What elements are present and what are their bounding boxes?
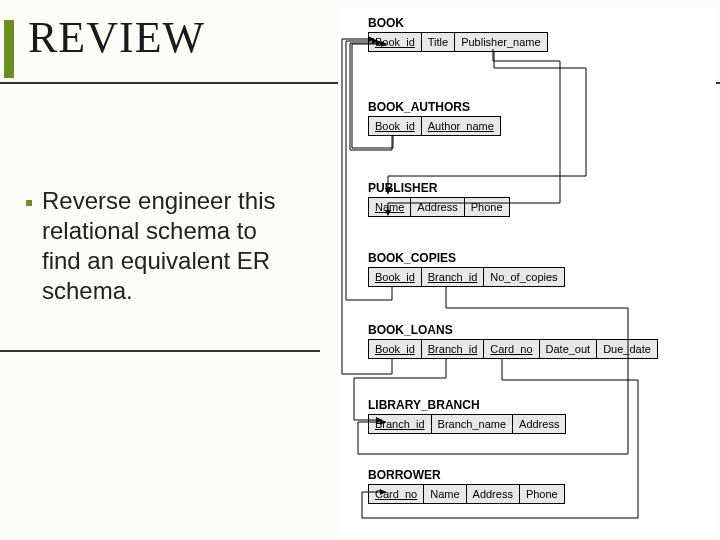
- col-lb-address: Address: [513, 415, 565, 433]
- table-book-row: Book_id Title Publisher_name: [368, 32, 548, 52]
- col-bl-date-out: Date_out: [540, 340, 598, 358]
- col-bw-name: Name: [424, 485, 466, 503]
- col-lb-branch-id: Branch_id: [369, 415, 432, 433]
- table-book-authors: BOOK_AUTHORS Book_id Author_name: [368, 100, 501, 136]
- table-book-name: BOOK: [368, 16, 548, 30]
- col-ba-book-id: Book_id: [369, 117, 422, 135]
- col-title: Title: [422, 33, 455, 51]
- slide: REVIEW Reverse engineer this relational …: [0, 0, 720, 540]
- table-publisher-name: PUBLISHER: [368, 181, 510, 195]
- table-book-authors-name: BOOK_AUTHORS: [368, 100, 501, 114]
- table-book-loans-name: BOOK_LOANS: [368, 323, 658, 337]
- col-lb-branch-name: Branch_name: [432, 415, 514, 433]
- col-ba-author-name: Author_name: [422, 117, 500, 135]
- table-book: BOOK Book_id Title Publisher_name: [368, 16, 548, 52]
- table-borrower-name: BORROWER: [368, 468, 565, 482]
- left-underline: [0, 350, 320, 352]
- col-bl-book-id: Book_id: [369, 340, 422, 358]
- table-publisher-row: Name Address Phone: [368, 197, 510, 217]
- table-library-branch-name: LIBRARY_BRANCH: [368, 398, 566, 412]
- table-borrower-row: Card_no Name Address Phone: [368, 484, 565, 504]
- col-bw-phone: Phone: [520, 485, 564, 503]
- col-bl-card-no: Card_no: [484, 340, 539, 358]
- col-publisher-name: Publisher_name: [455, 33, 547, 51]
- col-bw-card-no: Card_no: [369, 485, 424, 503]
- table-book-authors-row: Book_id Author_name: [368, 116, 501, 136]
- col-bl-due-date: Due_date: [597, 340, 657, 358]
- table-book-loans-row: Book_id Branch_id Card_no Date_out Due_d…: [368, 339, 658, 359]
- accent-bar: [4, 20, 14, 78]
- table-book-copies: BOOK_COPIES Book_id Branch_id No_of_copi…: [368, 251, 565, 287]
- col-pub-phone: Phone: [465, 198, 509, 216]
- col-book-id: Book_id: [369, 33, 422, 51]
- col-bc-book-id: Book_id: [369, 268, 422, 286]
- col-bc-branch-id: Branch_id: [422, 268, 485, 286]
- table-publisher: PUBLISHER Name Address Phone: [368, 181, 510, 217]
- col-bc-copies: No_of_copies: [484, 268, 563, 286]
- body-text: Reverse engineer this relational schema …: [42, 186, 302, 306]
- table-library-branch: LIBRARY_BRANCH Branch_id Branch_name Add…: [368, 398, 566, 434]
- col-bl-branch-id: Branch_id: [422, 340, 485, 358]
- bullet-icon: [26, 200, 32, 206]
- table-borrower: BORROWER Card_no Name Address Phone: [368, 468, 565, 504]
- table-library-branch-row: Branch_id Branch_name Address: [368, 414, 566, 434]
- table-book-copies-row: Book_id Branch_id No_of_copies: [368, 267, 565, 287]
- col-pub-name: Name: [369, 198, 411, 216]
- slide-title: REVIEW: [28, 12, 205, 63]
- table-book-copies-name: BOOK_COPIES: [368, 251, 565, 265]
- col-bw-address: Address: [467, 485, 520, 503]
- col-pub-address: Address: [411, 198, 464, 216]
- schema-diagram: BOOK Book_id Title Publisher_name BOOK_A…: [338, 8, 716, 538]
- table-book-loans: BOOK_LOANS Book_id Branch_id Card_no Dat…: [368, 323, 658, 359]
